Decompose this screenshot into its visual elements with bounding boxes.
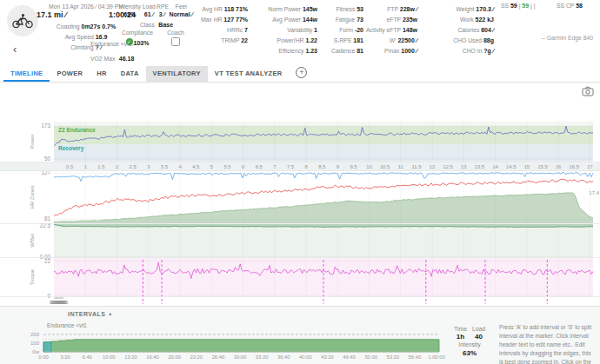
distance-tick: 2.5	[130, 164, 137, 169]
distance-tick: 13.5	[475, 164, 484, 169]
interval-load-label: Load	[470, 325, 488, 333]
distance-tick: 14.5	[506, 164, 516, 169]
y-axis-tick: 173	[41, 122, 50, 129]
distance-tick: 11.5	[412, 164, 422, 169]
mini-x-tick: 1:00:00	[428, 354, 444, 360]
distance-tick: 5.5	[223, 164, 230, 169]
interval-load-value: 40	[470, 333, 488, 341]
distance-tick: 11	[398, 164, 403, 169]
distance-tick: 8	[304, 164, 307, 169]
right-axis-label: 17.4	[589, 190, 599, 195]
interval-intensity-label: Intensity	[451, 341, 488, 349]
card-divider	[0, 82, 600, 83]
mini-x-tick: 13:20	[124, 354, 137, 360]
mini-x-tick: 3:20	[60, 354, 70, 360]
mini-x-tick: 23:20	[190, 354, 203, 360]
distance-tick: 0.5	[66, 164, 73, 169]
intervals-help-text: Press 'A' to add interval or 'S' to spli…	[499, 323, 597, 364]
mini-x-tick: 50:00	[364, 354, 377, 360]
distance-tick: 10.5	[380, 164, 390, 169]
mini-x-tick: 26:40	[212, 354, 225, 360]
distance-tick: 6.5	[256, 164, 263, 169]
distance-tick: 7	[273, 164, 276, 169]
mini-x-tick: 10:00	[103, 354, 116, 360]
interval-bars[interactable]	[43, 340, 439, 352]
distance-tick: 5	[210, 164, 213, 169]
interval-time-label: Time	[451, 325, 470, 333]
distance-tick: 13	[461, 164, 466, 169]
distance-tick: 14	[492, 164, 498, 169]
distance-tick: 8.5	[318, 164, 325, 169]
interval-summary-box: Time Load 1h 40 Intensity 63%	[451, 325, 488, 357]
interval-time-value: 1h	[451, 333, 470, 341]
y-axis-tick: 0	[47, 293, 50, 299]
distance-tick: 2	[116, 164, 118, 169]
distance-tick: 17	[587, 164, 592, 169]
zone-label: Z2 Endurance	[58, 127, 96, 133]
mini-x-tick: 46:40	[343, 354, 356, 360]
mini-x-tick: 6:40	[83, 354, 92, 360]
mini-y-tick: 200	[30, 332, 40, 337]
panel-title-power: Power	[30, 134, 35, 149]
tab-ventilatory[interactable]: VENTILATORY	[146, 66, 208, 82]
tab-vt-test-analyzer[interactable]: VT TEST ANALYZER	[208, 66, 290, 82]
interval-bar-selected[interactable]	[43, 342, 51, 352]
y-axis-tick: 22	[44, 258, 51, 264]
interval-name[interactable]: Endurance <vt1	[47, 322, 87, 328]
add-tab-icon[interactable]: +	[296, 67, 307, 78]
mini-x-tick: 53:20	[387, 354, 400, 360]
interval-intensity-value: 63%	[451, 349, 488, 357]
distance-tick: 16	[556, 164, 561, 169]
mini-x-tick: 20:00	[168, 354, 181, 360]
distance-tick: 15	[524, 164, 530, 169]
intervals-title: INTERVALS	[68, 311, 106, 317]
collapse-arrow-icon: ▲	[108, 311, 113, 316]
distance-tick: 12.5	[443, 164, 453, 169]
distance-tick: 9.5	[350, 164, 357, 169]
timeline-chart[interactable]: 17350PowerZ2 EnduranceRecovery12781HR Zo…	[0, 0, 600, 306]
tab-timeline[interactable]: TIMELINE	[3, 66, 50, 82]
mini-x-tick: 40:00	[299, 354, 312, 360]
panel-title-wbal: W'Bal	[30, 234, 35, 247]
mini-x-tick: 43:20	[321, 354, 334, 360]
distance-tick: 4.5	[192, 164, 199, 169]
wbal-panel-bg	[54, 224, 593, 257]
tab-bar: TIMELINEPOWERHRDATAVENTILATORYVT TEST AN…	[0, 67, 600, 82]
distance-tick: 12	[430, 164, 435, 169]
mini-x-tick: 30:00	[234, 354, 247, 360]
tab-data[interactable]: DATA	[114, 66, 146, 82]
mini-y-tick: 100	[30, 341, 40, 346]
tab-hr[interactable]: HR	[90, 66, 113, 82]
tab-power[interactable]: POWER	[50, 66, 90, 82]
panel-title-hr: HR Zones	[30, 185, 35, 208]
intervals-toggle[interactable]: INTERVALS ▲	[68, 311, 113, 317]
y-axis-tick: 81	[44, 215, 51, 222]
distance-tick: 16.5	[570, 164, 579, 169]
mini-x-tick: 33:20	[256, 354, 269, 360]
distance-tick: 6	[242, 164, 244, 169]
mini-x-tick: 0:00	[38, 354, 48, 360]
distance-tick: 10	[366, 164, 371, 169]
screenshot-camera-icon[interactable]	[582, 86, 594, 96]
distance-tick: 7.5	[287, 164, 294, 169]
distance-tick: 1.5	[97, 164, 104, 169]
panel-title-torque: Torque	[30, 268, 35, 285]
distance-tick: 15.5	[537, 164, 547, 169]
time-tick: 1:00	[57, 300, 68, 305]
mini-x-tick: 36:40	[277, 354, 290, 360]
y-axis-tick: 50	[44, 156, 51, 162]
mini-x-tick: 16:40	[146, 354, 159, 360]
zone-label: Recovery	[58, 145, 84, 152]
intervals-section: 2001000w0:003:206:4010:0013:2016:4020:00…	[0, 306, 600, 364]
distance-tick: 1	[84, 164, 87, 169]
activity-page: 17350PowerZ2 EnduranceRecovery12781HR Zo…	[0, 0, 600, 364]
distance-tick: 9	[337, 164, 339, 169]
distance-tick: 3.5	[161, 164, 168, 169]
distance-tick: 3	[147, 164, 150, 169]
mini-x-tick: 56:40	[409, 354, 422, 360]
